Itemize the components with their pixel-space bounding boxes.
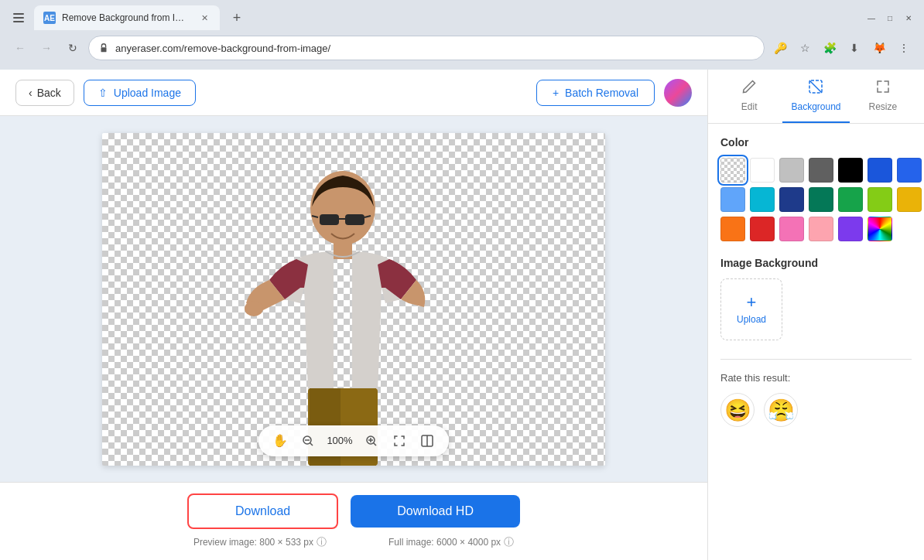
fit-view-button[interactable]: [388, 430, 410, 452]
image-canvas: ✋ 100%: [102, 133, 605, 466]
color-black[interactable]: [838, 158, 863, 183]
preview-info: Preview image: 800 × 533 px ⓘ: [193, 535, 327, 549]
app-toolbar: ‹ Back ⇧ Upload Image + Batch Removal: [0, 70, 707, 116]
color-orange[interactable]: [720, 217, 745, 241]
color-section-title: Color: [720, 136, 912, 149]
nav-bar: ← → ↻ anyeraser.com/remove-background-fr…: [0, 29, 924, 67]
download-nav-icon[interactable]: ⬇: [844, 37, 865, 59]
color-light-pink[interactable]: [809, 217, 833, 241]
full-info-icon[interactable]: ⓘ: [504, 535, 514, 549]
profile-icon[interactable]: 🦊: [868, 37, 890, 59]
svg-rect-3: [101, 47, 107, 52]
color-dark-gray[interactable]: [809, 158, 833, 183]
upload-background-button[interactable]: + Upload: [720, 278, 782, 340]
main-area: ‹ Back ⇧ Upload Image + Batch Removal: [0, 70, 707, 560]
canvas-wrapper: ✋ 100%: [102, 133, 605, 466]
svg-point-11: [245, 301, 263, 316]
split-view-button[interactable]: [416, 430, 438, 452]
refresh-button[interactable]: ↻: [62, 37, 84, 59]
password-icon[interactable]: 🔑: [769, 37, 791, 59]
minimize-button[interactable]: —: [865, 12, 878, 24]
sidebar-tabs: Edit Background Resize: [708, 70, 924, 124]
title-bar: AE Remove Background from Imac ✕ + — □ ✕: [0, 0, 924, 29]
color-green-dark[interactable]: [809, 187, 833, 212]
rate-title: Rate this result:: [720, 372, 912, 384]
back-chevron-icon: ‹: [29, 87, 33, 99]
svg-rect-6: [345, 214, 364, 225]
lock-icon: [98, 43, 109, 53]
download-hd-button[interactable]: Download HD: [351, 495, 520, 528]
back-button[interactable]: ‹ Back: [15, 80, 74, 106]
active-tab[interactable]: AE Remove Background from Imac ✕: [34, 5, 220, 30]
background-tab-icon: [808, 79, 823, 98]
color-rainbow[interactable]: [868, 217, 892, 241]
upload-icon: ⇧: [98, 87, 108, 99]
color-red[interactable]: [750, 217, 775, 241]
color-transparent[interactable]: [720, 158, 745, 183]
window-controls: — □ ✕: [865, 12, 915, 24]
svg-rect-1: [13, 17, 24, 19]
color-yellow-green[interactable]: [868, 187, 892, 212]
svg-line-25: [809, 80, 822, 93]
tab-resize[interactable]: Resize: [850, 70, 916, 123]
preview-info-icon[interactable]: ⓘ: [317, 535, 327, 549]
upload-bg-label: Upload: [737, 314, 766, 325]
zoom-in-button[interactable]: [361, 430, 382, 452]
browser-chrome: AE Remove Background from Imac ✕ + — □ ✕…: [0, 0, 924, 70]
canvas-toolbar: ✋ 100%: [258, 425, 449, 456]
new-tab-button[interactable]: +: [226, 7, 248, 29]
user-avatar[interactable]: [664, 79, 692, 107]
batch-label: Batch Removal: [565, 87, 638, 99]
rate-angry-button[interactable]: 😤: [764, 393, 798, 427]
rate-happy-button[interactable]: 😆: [720, 393, 755, 427]
resize-tab-icon: [875, 79, 891, 98]
rate-emojis: 😆 😤: [720, 393, 912, 427]
pan-tool-button[interactable]: ✋: [269, 430, 291, 452]
sidebar-content: Color: [708, 124, 924, 560]
right-sidebar: Edit Background Resize Color: [707, 70, 924, 560]
full-info: Full image: 6000 × 4000 px ⓘ: [388, 535, 514, 549]
color-light-gray[interactable]: [779, 158, 804, 183]
batch-removal-button[interactable]: + Batch Removal: [536, 80, 655, 106]
color-blue[interactable]: [897, 158, 922, 183]
menu-icon[interactable]: ⋮: [893, 37, 915, 59]
color-teal[interactable]: [750, 187, 775, 212]
color-grid: [720, 158, 912, 241]
tab-list-button[interactable]: [9, 9, 28, 27]
extensions-icon[interactable]: 🧩: [819, 37, 840, 59]
back-label: Back: [37, 87, 61, 99]
rate-section: Rate this result: 😆 😤: [720, 359, 912, 427]
subject-image: [234, 160, 451, 466]
color-blue-dark[interactable]: [868, 158, 892, 183]
svg-rect-2: [13, 21, 24, 22]
color-pink[interactable]: [779, 217, 804, 241]
upload-image-button[interactable]: ⇧ Upload Image: [84, 80, 196, 106]
tab-favicon: AE: [43, 12, 56, 24]
color-purple[interactable]: [838, 217, 863, 241]
back-nav-button[interactable]: ←: [9, 37, 31, 59]
forward-nav-button[interactable]: →: [36, 37, 57, 59]
maximize-button[interactable]: □: [884, 12, 896, 24]
color-green[interactable]: [838, 187, 863, 212]
bookmark-icon[interactable]: ☆: [794, 37, 816, 59]
upload-bg-plus-icon: +: [747, 294, 757, 311]
app-container: ‹ Back ⇧ Upload Image + Batch Removal: [0, 70, 924, 560]
tab-edit[interactable]: Edit: [716, 70, 782, 123]
color-yellow[interactable]: [897, 187, 922, 212]
color-white[interactable]: [750, 158, 775, 183]
zoom-level: 100%: [325, 435, 354, 446]
bottom-bar: Download Download HD Preview image: 800 …: [0, 482, 707, 560]
upload-label: Upload Image: [114, 87, 181, 99]
download-button[interactable]: Download: [187, 493, 338, 529]
svg-line-16: [310, 442, 313, 446]
color-navy[interactable]: [779, 187, 804, 212]
edit-tab-label: Edit: [741, 101, 758, 112]
color-blue-light[interactable]: [720, 187, 745, 212]
close-button[interactable]: ✕: [902, 12, 915, 24]
tab-close-button[interactable]: ✕: [198, 12, 210, 24]
tab-background[interactable]: Background: [782, 70, 849, 123]
edit-tab-icon: [741, 79, 757, 98]
address-bar[interactable]: anyeraser.com/remove-background-from-ima…: [88, 36, 765, 60]
zoom-out-button[interactable]: [297, 430, 319, 452]
svg-rect-0: [13, 13, 24, 15]
